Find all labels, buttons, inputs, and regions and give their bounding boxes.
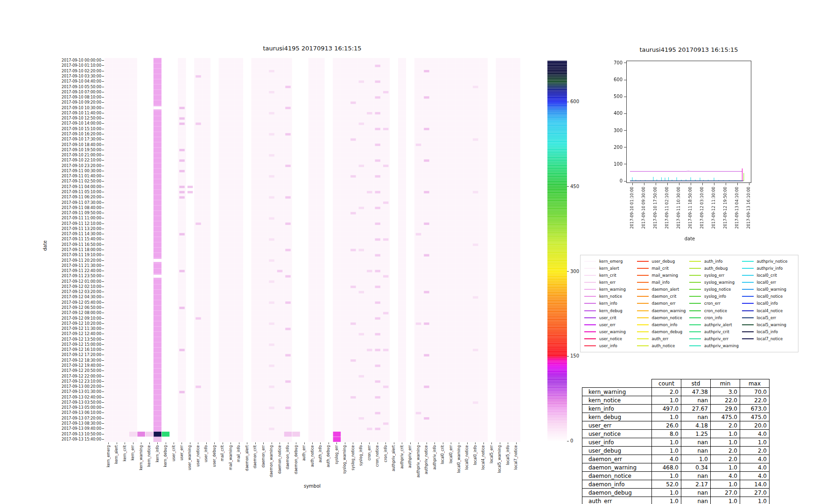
table-symbol-cell: kern_notice — [582, 396, 652, 405]
legend-entry: authpriv_crit — [689, 329, 742, 336]
legend-label: kern_emerg — [599, 259, 623, 264]
table-value-cell: 1.0 — [652, 447, 681, 455]
legend-entry: user_warning — [584, 329, 637, 336]
legend-swatch — [742, 310, 754, 311]
legend-label: kern_crit — [599, 273, 616, 278]
y-tick-mark — [102, 139, 104, 140]
table-value-cell: 20.0 — [740, 421, 770, 430]
table-value-cell: 2.0 — [711, 455, 740, 463]
y-tick-mark — [102, 171, 104, 171]
timeseries-y-tick-label: 600 — [607, 77, 623, 82]
table-row: daemon_notice1.0nan4.04.0 — [582, 472, 770, 480]
y-tick-label: 2017-09-12 17:20:00 — [29, 353, 101, 357]
y-tick-mark — [102, 266, 104, 266]
legend-swatch — [584, 296, 596, 297]
y-tick-label: 2017-09-10 19:50:00 — [29, 148, 101, 152]
table-symbol-cell: auth_err — [582, 497, 652, 504]
x-tick-label: cron_err — [367, 445, 372, 461]
y-tick-label: 2017-09-13 07:20:00 — [29, 416, 101, 420]
y-tick-mark — [102, 407, 104, 408]
y-tick-mark — [102, 129, 104, 129]
y-tick-mark — [102, 386, 104, 387]
y-tick-mark — [102, 239, 104, 239]
table-value-cell: 8.0 — [652, 430, 681, 438]
x-tick-mark — [378, 442, 378, 444]
x-tick-mark — [272, 442, 272, 444]
y-tick-label: 2017-09-12 22:00:00 — [29, 374, 101, 378]
legend-swatch — [689, 282, 701, 283]
y-tick-mark — [102, 113, 104, 113]
table-value-cell: 1.0 — [652, 497, 681, 504]
y-tick-label: 2017-09-11 18:00:00 — [29, 248, 101, 252]
x-tick-mark — [508, 442, 508, 444]
legend-label: authpriv_err — [704, 336, 728, 341]
y-tick-label: 2017-09-12 19:40:00 — [29, 364, 101, 368]
x-tick-mark — [280, 442, 280, 444]
y-tick-label: 2017-09-11 16:50:00 — [29, 243, 101, 247]
y-tick-mark — [102, 250, 104, 250]
table-value-cell: 3.0 — [711, 388, 740, 396]
y-tick-label: 2017-09-10 10:30:00 — [29, 106, 101, 110]
y-tick-label: 2017-09-10 16:20:00 — [29, 132, 101, 136]
table-symbol-cell: kern_info — [582, 405, 652, 413]
legend-swatch — [584, 317, 596, 318]
legend-entry: daemon_debug — [637, 329, 690, 336]
y-tick-label: 2017-09-11 13:20:00 — [29, 227, 101, 231]
y-tick-label: 2017-09-10 23:20:00 — [29, 164, 101, 168]
legend-entry: user_err — [584, 321, 637, 328]
x-tick-label: local7_notice — [514, 445, 518, 469]
table-value-cell: 468.0 — [652, 463, 681, 472]
y-tick-mark — [102, 360, 104, 361]
x-tick-label: local0_err — [449, 445, 454, 463]
y-tick-mark — [102, 176, 104, 176]
colorbar-tick-mark — [567, 441, 569, 441]
x-tick-mark — [304, 442, 305, 444]
x-tick-mark — [402, 442, 402, 444]
legend-swatch — [689, 268, 701, 269]
x-tick-mark — [239, 442, 239, 444]
x-tick-mark — [288, 442, 288, 444]
y-tick-label: 2017-09-10 09:20:00 — [29, 100, 101, 105]
legend-label: local0_crit — [757, 273, 777, 278]
y-tick-label: 2017-09-10 18:40:00 — [29, 143, 101, 147]
x-tick-label: syslog_notice — [351, 445, 356, 470]
x-tick-mark — [500, 442, 500, 444]
y-tick-label: 2017-09-10 21:00:00 — [29, 153, 101, 157]
table-symbol-cell: daemon_debug — [582, 489, 652, 497]
x-tick-mark — [361, 442, 362, 444]
x-tick-mark — [467, 442, 468, 444]
y-tick-label: 2017-09-13 03:50:00 — [29, 400, 101, 405]
y-tick-mark — [102, 245, 104, 245]
y-tick-label: 2017-09-11 21:30:00 — [29, 264, 101, 268]
x-tick-mark — [157, 442, 158, 444]
x-tick-mark — [223, 442, 223, 444]
x-tick-label: daemon_notice — [278, 445, 282, 474]
table-value-cell: 70.0 — [740, 388, 770, 396]
legend-label: local5_err — [757, 315, 777, 320]
y-tick-label: 2017-09-13 09:40:00 — [29, 427, 101, 431]
x-tick-label: authpriv_info — [433, 445, 437, 470]
table-row: daemon_info52.02.171.014.0 — [582, 480, 770, 489]
table-value-cell: 1.0 — [740, 497, 770, 504]
table-value-cell: nan — [681, 438, 711, 447]
y-tick-mark — [102, 428, 104, 429]
x-tick-mark — [483, 442, 484, 444]
y-tick-label: 2017-09-11 15:40:00 — [29, 237, 101, 241]
legend-label: user_notice — [599, 336, 622, 341]
legend-entry: user_debug — [637, 258, 690, 265]
table-value-cell: 2.0 — [711, 421, 740, 430]
y-tick-mark — [102, 187, 104, 187]
x-tick-label: syslog_info — [359, 445, 364, 466]
y-tick-label: 2017-09-12 09:10:00 — [29, 316, 101, 321]
timeseries-y-tick-label: 0 — [607, 178, 623, 183]
y-tick-mark — [102, 323, 104, 324]
table-value-cell: nan — [681, 472, 711, 480]
legend-entry: cron_info — [689, 314, 742, 321]
legend-swatch — [742, 338, 754, 339]
legend-entry: local0_info — [742, 300, 795, 307]
stats-table: countstdminmaxkern_warning2.047.383.070.… — [582, 379, 770, 504]
timeseries-y-tick-mark — [624, 164, 626, 164]
timeseries-x-tick-label: 2017-09-13 16:10:00 — [746, 187, 751, 229]
legend-label: daemon_debug — [652, 329, 683, 334]
table-value-cell: nan — [681, 396, 711, 405]
